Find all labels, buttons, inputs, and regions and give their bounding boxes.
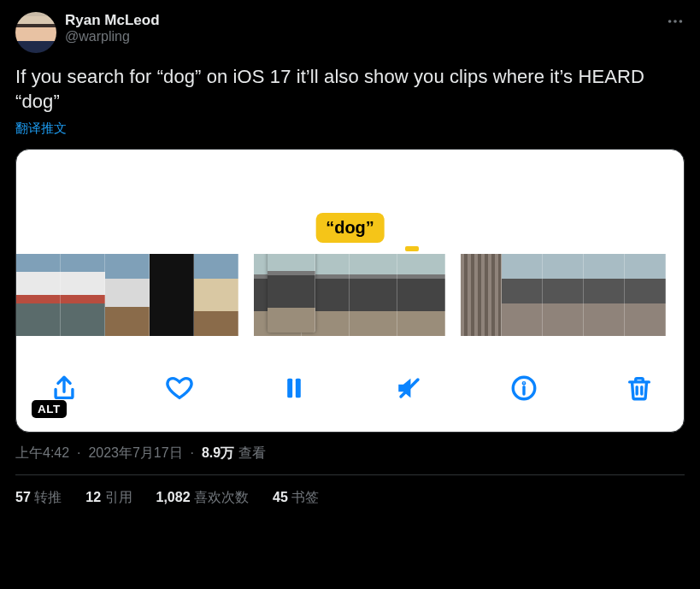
heart-icon[interactable] [162,371,197,405]
svg-rect-4 [296,379,301,398]
svg-point-6 [524,383,525,384]
stat-likes[interactable]: 1,082 喜欢次数 [156,489,250,507]
media-whitespace [16,150,684,221]
pause-icon[interactable] [277,371,311,405]
info-icon[interactable] [507,371,541,405]
trash-icon[interactable] [622,371,656,405]
views-count: 8.9万 [202,445,234,460]
stat-bookmarks[interactable]: 45 书签 [273,489,319,507]
more-icon[interactable] [666,12,685,34]
alt-badge[interactable]: ALT [32,400,67,418]
mute-icon[interactable] [392,371,426,405]
tweet-header: Ryan McLeod @warpling [15,12,685,53]
meta-row: 上午4:42 · 2023年7月17日 · 8.9万 查看 [15,445,685,462]
caption-label: “dog” [315,213,385,243]
stat-retweets[interactable]: 57 转推 [15,489,62,507]
post-time[interactable]: 上午4:42 [15,445,69,460]
svg-rect-3 [287,379,292,398]
handle: @warpling [65,29,685,44]
stat-quotes[interactable]: 12 引用 [85,489,132,507]
clip-group-1[interactable] [16,254,238,336]
clip-timeline[interactable] [16,254,684,336]
stats-row: 57 转推 12 引用 1,082 喜欢次数 45 书签 [15,475,685,507]
clip-group-3[interactable] [461,254,666,336]
svg-point-1 [674,20,677,23]
tweet-text: If you search for “dog” on iOS 17 it’ll … [15,65,685,114]
media-toolbar [16,363,684,413]
post-date[interactable]: 2023年7月17日 [88,445,182,460]
display-name: Ryan McLeod [65,12,685,29]
timeline-marker [405,246,419,251]
svg-point-0 [668,20,672,23]
user-block[interactable]: Ryan McLeod @warpling [65,12,685,44]
playhead[interactable] [268,254,315,333]
svg-point-2 [679,20,683,23]
clip-group-2[interactable] [254,254,445,336]
views-label: 查看 [238,445,266,460]
translate-link[interactable]: 翻译推文 [15,121,685,137]
tweet-container: Ryan McLeod @warpling If you search for … [0,0,700,515]
media-card[interactable]: “dog” [15,149,685,433]
avatar[interactable] [15,12,56,53]
